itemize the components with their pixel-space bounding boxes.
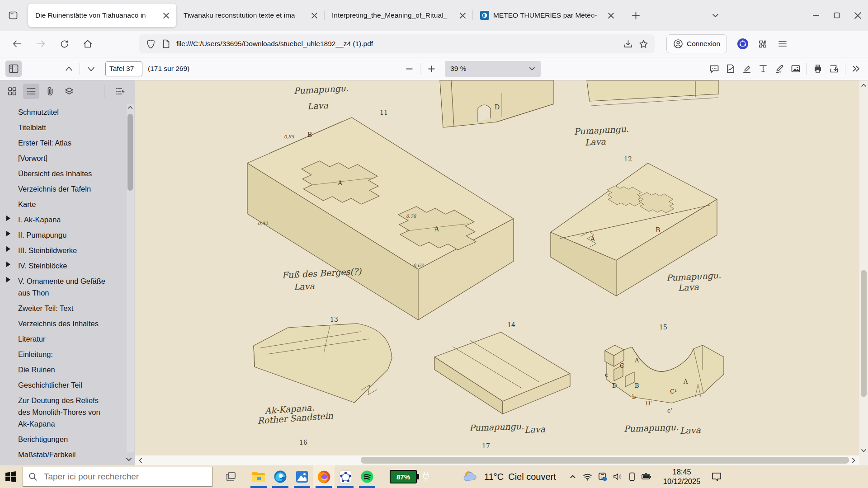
notification-center-button[interactable]	[706, 465, 727, 488]
layers-view-button[interactable]	[61, 84, 77, 99]
expand-arrow-icon[interactable]	[6, 246, 10, 252]
page-info-icon[interactable]	[158, 36, 174, 52]
home-button[interactable]	[80, 36, 96, 52]
scroll-up-icon[interactable]	[859, 82, 868, 89]
sidebar-scrollbar[interactable]	[127, 104, 134, 452]
taskbar-search[interactable]	[23, 467, 212, 487]
firefox-view-button[interactable]	[5, 7, 22, 24]
menu-hamburger-icon[interactable]	[775, 36, 790, 52]
horizontal-scroll-thumb[interactable]	[361, 457, 849, 464]
signature-button[interactable]	[722, 61, 739, 77]
outline-item[interactable]: V. Ornamente und Gefäße aus Thon	[0, 273, 135, 300]
hidden-icons-chevron[interactable]	[569, 473, 577, 481]
toggle-sidebar-button[interactable]	[5, 61, 22, 77]
highlighter-button[interactable]	[739, 61, 755, 77]
phone-link-icon[interactable]	[628, 472, 636, 481]
search-input[interactable]	[43, 471, 207, 482]
reload-button[interactable]	[56, 36, 72, 52]
outline-item[interactable]: Schmutztitel	[0, 104, 135, 120]
outline-item[interactable]: Zur Deutung des Reliefs des Monolith-Tho…	[0, 393, 135, 432]
scroll-right-icon[interactable]	[850, 457, 857, 464]
url-bar[interactable]: file:///C:/Users/33695/Downloads/stuebel…	[139, 34, 655, 53]
forward-button[interactable]	[33, 36, 49, 52]
zoom-select[interactable]: 39 %	[445, 61, 541, 77]
outline-item[interactable]: [Vorwort]	[0, 150, 135, 166]
bookmark-star-icon[interactable]	[636, 36, 651, 52]
outline-item[interactable]: Einleitung:	[0, 347, 135, 362]
outline-item[interactable]: I. Ak-Kapana	[0, 212, 135, 227]
expand-arrow-icon[interactable]	[6, 231, 10, 236]
maximize-button[interactable]	[826, 6, 847, 24]
outline-item[interactable]: Verzeichnis des Inhaltes	[0, 316, 135, 331]
photos-icon[interactable]	[291, 465, 313, 488]
sidebar-scroll-thumb[interactable]	[127, 114, 133, 191]
outline-item[interactable]: Berichtigungen	[0, 432, 135, 447]
volume-icon[interactable]	[613, 473, 623, 481]
save-button[interactable]	[826, 61, 842, 77]
current-outline-item-button[interactable]	[112, 84, 128, 99]
draw-pencil-button[interactable]	[771, 61, 788, 77]
clock-widget[interactable]: 18:45 10/12/2025	[663, 467, 701, 486]
shield-icon[interactable]	[143, 36, 158, 52]
more-tools-button[interactable]	[848, 61, 864, 77]
spotify-icon[interactable]	[356, 465, 378, 488]
tray-battery-icon[interactable]	[642, 473, 651, 480]
list-all-tabs-button[interactable]	[707, 7, 723, 23]
outline-item[interactable]: Die Ruinen	[0, 362, 135, 377]
outline-item[interactable]: Karte	[0, 197, 135, 212]
attachments-view-button[interactable]	[42, 84, 58, 99]
next-page-button[interactable]	[83, 61, 99, 77]
back-button[interactable]	[9, 36, 25, 52]
outline-item[interactable]: Zweiter Teil: Text	[0, 300, 135, 316]
outline-item[interactable]: Literatur	[0, 331, 135, 347]
annotation-comment-button[interactable]	[706, 61, 722, 77]
zoom-in-button[interactable]	[423, 61, 439, 77]
tab-meteo[interactable]: METEO THUMERIES par Météo-	[473, 4, 621, 27]
task-view-button[interactable]	[220, 465, 241, 488]
scroll-left-icon[interactable]	[137, 457, 144, 464]
outline-item[interactable]: Titelblatt	[0, 120, 135, 135]
page-number-input[interactable]	[105, 61, 142, 76]
tab-close-icon[interactable]	[160, 9, 172, 21]
expand-arrow-icon[interactable]	[6, 262, 10, 267]
print-button[interactable]	[810, 61, 826, 77]
expand-arrow-icon[interactable]	[6, 216, 10, 221]
firefox-icon[interactable]	[313, 465, 335, 488]
extensions-puzzle-icon[interactable]	[755, 36, 770, 52]
outline-item[interactable]: Geschichtlicher Teil	[0, 377, 135, 393]
start-button[interactable]	[0, 465, 22, 488]
zoom-out-button[interactable]	[401, 61, 417, 77]
outline-item[interactable]: Übersicht des Inhaltes	[0, 166, 135, 181]
expand-arrow-icon[interactable]	[6, 277, 10, 282]
outline-item[interactable]: Maßstab/Farbkeil	[0, 447, 135, 462]
sync-status-icon[interactable]	[598, 472, 607, 481]
outline-item[interactable]: II. Pumapungu	[0, 227, 135, 243]
extension-badge-icon[interactable]	[735, 36, 750, 52]
tab-close-icon[interactable]	[605, 9, 617, 21]
add-text-button[interactable]	[755, 61, 771, 77]
tab-tiahuanaco[interactable]: Die Ruinenstätte von Tiahuanaco in	[28, 4, 176, 27]
outline-item[interactable]: Verzeichnis der Tafeln	[0, 181, 135, 197]
scroll-up-icon[interactable]	[127, 105, 133, 110]
horizontal-scrollbar[interactable]	[135, 455, 859, 465]
insert-image-button[interactable]	[788, 61, 804, 77]
download-icon[interactable]	[620, 36, 636, 52]
pdf-page-view[interactable]: 11 12 13 14 15 16 17 B A A D B A A C c D…	[135, 80, 868, 465]
outline-item[interactable]: IV. Steinblöcke	[0, 258, 135, 273]
vertical-scroll-thumb[interactable]	[861, 270, 867, 397]
outline-view-button[interactable]	[23, 84, 39, 99]
edge-icon[interactable]	[269, 465, 291, 488]
scroll-down-icon[interactable]	[126, 455, 132, 464]
tab-close-icon[interactable]	[308, 9, 320, 21]
tab-tiwanaku[interactable]: Tiwanaku reconstitution texte et ima	[176, 4, 325, 27]
tab-close-icon[interactable]	[457, 9, 468, 21]
weather-widget[interactable]: 11°C Ciel couvert	[462, 470, 556, 483]
thumbnails-view-button[interactable]	[4, 84, 20, 99]
scroll-down-icon[interactable]	[859, 447, 868, 454]
minimize-button[interactable]	[806, 6, 826, 24]
file-explorer-icon[interactable]	[248, 465, 269, 488]
battery-widget[interactable]: 87%	[390, 470, 430, 483]
wifi-icon[interactable]	[583, 473, 592, 481]
outline-item[interactable]: III. Steinbildwerke	[0, 243, 135, 258]
previous-page-button[interactable]	[61, 61, 77, 77]
